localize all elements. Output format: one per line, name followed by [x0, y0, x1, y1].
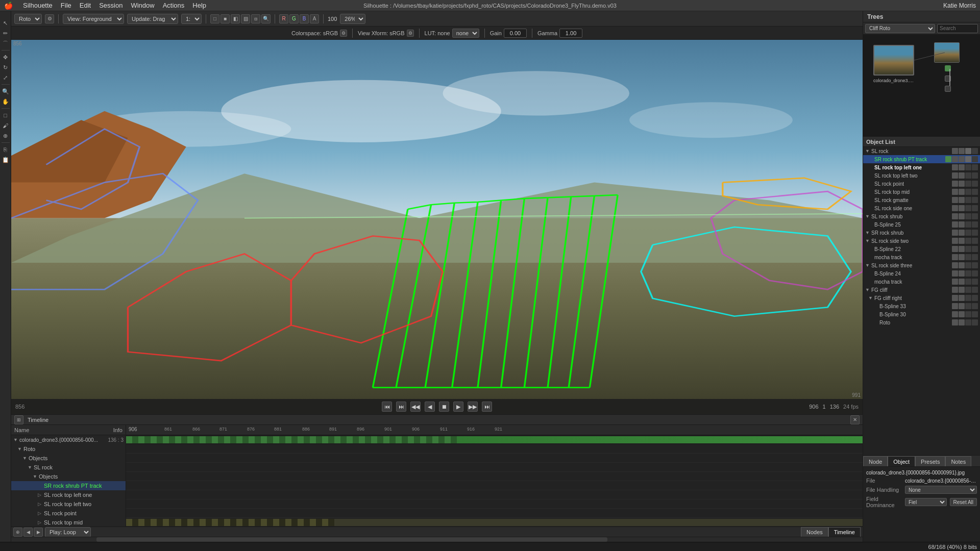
obj-item-sl-rock-side-two[interactable]: ▼ SL rock side two	[863, 237, 980, 245]
lock-icon[interactable]	[959, 311, 965, 317]
view-icon-2[interactable]: ■	[220, 14, 230, 23]
channel-b[interactable]: B	[300, 14, 309, 23]
zoom-select[interactable]: 1:1	[181, 14, 202, 24]
lock-icon[interactable]	[959, 279, 965, 285]
object-list-body[interactable]: ▼ SL rock SR rock shrub PT track	[863, 147, 980, 455]
eye-icon[interactable]	[952, 156, 958, 162]
tool-copy[interactable]: ⎘	[1, 145, 10, 154]
node-connector-1[interactable]	[945, 65, 951, 71]
transport-stop[interactable]: ⏹	[439, 402, 449, 412]
lock-icon[interactable]	[959, 189, 965, 195]
eye-icon[interactable]	[952, 181, 958, 187]
transport-first[interactable]: ⏮	[382, 402, 392, 412]
obj-item-sl-rock-top-mid[interactable]: SL rock top mid	[863, 188, 980, 196]
transport-prev-keyframe[interactable]: ⏭	[396, 402, 406, 412]
scrollbar-thumb[interactable]	[96, 537, 607, 542]
tab-node[interactable]: Node	[863, 456, 888, 466]
node-connector-3[interactable]	[945, 86, 951, 92]
eye-icon[interactable]	[952, 205, 958, 211]
channel-a[interactable]: A	[310, 14, 319, 23]
tab-timeline[interactable]: Timeline	[828, 527, 861, 537]
view-icon-3[interactable]: ◧	[231, 14, 240, 23]
add-keyframe-icon[interactable]: ⊕	[13, 528, 22, 537]
transport-step-back[interactable]: ◀◀	[410, 402, 421, 412]
obj-item-sl-rock-gmatte[interactable]: SL rock gmatte	[863, 196, 980, 204]
eye-icon[interactable]	[952, 197, 958, 203]
roto-select[interactable]: Roto	[14, 14, 42, 24]
obj-item-sl-rock-top-left-one[interactable]: SL rock top left one	[863, 163, 980, 171]
next-key-icon[interactable]: ▶	[34, 528, 43, 537]
list-item-sr-rock-shrub[interactable]: SR rock shrub PT track	[11, 481, 126, 490]
view-icon-4[interactable]: ▨	[241, 14, 250, 23]
view-icon-6[interactable]: 🔍	[261, 14, 271, 23]
list-item[interactable]: ▼ SL rock	[11, 463, 126, 472]
field-dominance-select[interactable]: Fiel	[905, 498, 947, 506]
transport-play[interactable]: ▶	[453, 402, 463, 412]
lock-icon[interactable]	[959, 270, 965, 277]
reset-all-button[interactable]: Reset All	[950, 498, 977, 506]
eye-icon[interactable]	[952, 221, 958, 228]
view-icon-1[interactable]: □	[210, 14, 219, 23]
lock-icon[interactable]	[959, 221, 965, 228]
obj-item-bspline30[interactable]: B-Spline 30	[863, 310, 980, 318]
list-item[interactable]: ▼ colorado_drone3.{00000856-000... 136 :…	[11, 435, 126, 444]
lock-icon[interactable]	[959, 213, 965, 219]
obj-item-sl-rock[interactable]: ▼ SL rock	[863, 147, 980, 155]
obj-item-bspline24[interactable]: B-Spline 24	[863, 269, 980, 278]
timeline-scrollbar[interactable]	[11, 537, 863, 542]
tool-paste[interactable]: 📋	[1, 155, 10, 164]
lock-icon[interactable]	[959, 262, 965, 268]
play-mode-select[interactable]: Play: Loop	[45, 527, 91, 537]
eye-icon[interactable]	[952, 311, 958, 317]
zoom-percent-select[interactable]: 26%	[340, 14, 365, 24]
obj-item-mocha-track-2[interactable]: mocha track	[863, 278, 980, 286]
menu-actions[interactable]: Actions	[163, 2, 185, 9]
list-item[interactable]: ▷ SL rock top left one	[11, 490, 126, 499]
list-item[interactable]: ▷ SL rock top left two	[11, 499, 126, 509]
eye-icon[interactable]	[952, 254, 958, 260]
eye-icon[interactable]	[952, 213, 958, 219]
lock-icon[interactable]	[959, 230, 965, 236]
node-connector-2[interactable]	[945, 76, 951, 82]
channel-r[interactable]: R	[279, 14, 288, 23]
list-item[interactable]: ▼ Objects	[11, 454, 126, 463]
eye-icon[interactable]	[952, 262, 958, 268]
lock-icon[interactable]	[959, 197, 965, 203]
eye-icon[interactable]	[952, 279, 958, 285]
gain-input[interactable]	[504, 29, 527, 38]
menu-silhouette[interactable]: Silhouette	[23, 2, 53, 9]
tab-object[interactable]: Object	[888, 456, 915, 466]
tab-presets[interactable]: Presets	[915, 456, 945, 466]
lock-icon[interactable]	[959, 303, 965, 309]
node-thumbnail[interactable]	[873, 45, 914, 76]
lock-icon[interactable]	[959, 164, 965, 170]
eye-icon[interactable]	[952, 319, 958, 325]
list-item[interactable]: ▷ SL rock point	[11, 509, 126, 518]
view-select[interactable]: View: Foreground	[63, 14, 124, 24]
tool-bezier[interactable]: ⌒	[1, 39, 10, 48]
lock-icon[interactable]	[959, 319, 965, 325]
lock-icon[interactable]	[959, 254, 965, 260]
eye-icon[interactable]	[952, 148, 958, 154]
obj-item-fg-cliff-right[interactable]: ▼ FG cliff right	[863, 294, 980, 302]
tab-nodes[interactable]: Nodes	[801, 527, 828, 537]
transport-back[interactable]: ◀	[425, 402, 435, 412]
tab-notes[interactable]: Notes	[945, 456, 971, 466]
obj-item-sl-rock-side-three[interactable]: ▼ SL rock side three	[863, 261, 980, 269]
obj-item-fg-cliff[interactable]: ▼ FG cliff	[863, 286, 980, 294]
lock-icon[interactable]	[959, 156, 965, 162]
tool-scale[interactable]: ⤢	[1, 73, 10, 82]
lock-icon[interactable]	[959, 148, 965, 154]
obj-item-sr-rock-shrub[interactable]: ▼ SR rock shrub	[863, 229, 980, 237]
tool-paint[interactable]: 🖌	[1, 121, 10, 130]
list-item[interactable]: ▷ SL rock top mid	[11, 518, 126, 527]
roto-config-icon[interactable]: ⚙	[45, 14, 54, 23]
obj-item-sl-rock-side-one[interactable]: SL rock side one	[863, 204, 980, 212]
track-list[interactable]: ▼ colorado_drone3.{00000856-000... 136 :…	[11, 435, 126, 527]
file-handling-select[interactable]: None	[905, 486, 977, 494]
apple-menu[interactable]: 🍎	[4, 2, 13, 10]
list-item[interactable]: ▼ Roto	[11, 444, 126, 454]
eye-icon[interactable]	[952, 295, 958, 301]
tool-shape[interactable]: □	[1, 111, 10, 120]
menu-edit[interactable]: Edit	[80, 2, 91, 9]
